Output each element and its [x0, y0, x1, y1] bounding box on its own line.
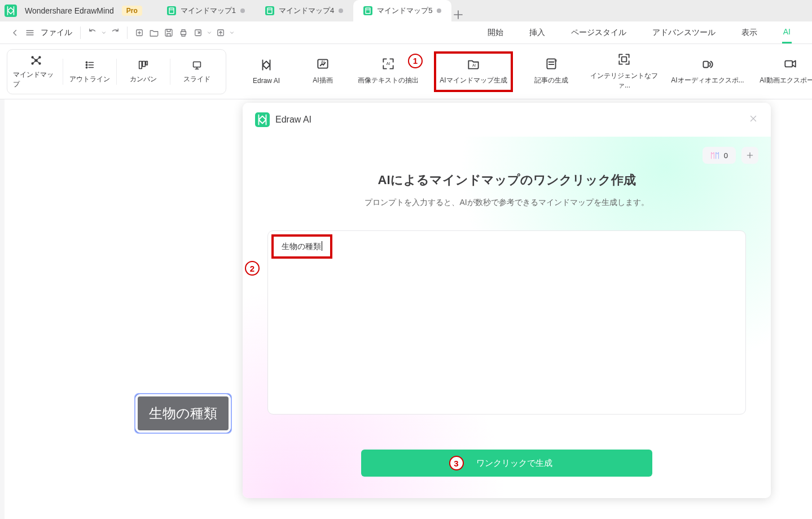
document-tabs: マインドマップ1 マインドマップ4 マインドマップ5	[157, 0, 466, 21]
doc-icon	[265, 6, 274, 15]
divider	[63, 59, 63, 85]
credits-icon: ᛖᛖ	[710, 151, 719, 160]
view-slides[interactable]: スライド	[174, 54, 220, 89]
svg-rect-13	[139, 62, 142, 69]
svg-point-12	[86, 67, 87, 68]
export-dropdown[interactable]	[205, 25, 213, 40]
annotation-marker-3: 3	[449, 456, 464, 470]
save-button[interactable]	[161, 25, 176, 40]
svg-rect-2	[181, 31, 186, 34]
menu-insert[interactable]: 挿入	[528, 24, 546, 43]
print-button[interactable]	[176, 25, 191, 40]
credits-area: ᛖᛖ 0	[703, 147, 758, 164]
ai-label: Edraw AI	[253, 77, 280, 85]
divider	[127, 27, 128, 39]
svg-text:AI: AI	[554, 59, 557, 62]
divider	[80, 27, 81, 39]
add-credits-button[interactable]	[741, 147, 758, 164]
ai-label: AIマインドマップ生成	[440, 76, 507, 85]
view-mindmap[interactable]: マインドマップ	[13, 54, 59, 89]
prompt-textarea[interactable]: 生物の種類	[267, 230, 746, 415]
view-kanban[interactable]: カンバン	[120, 54, 166, 89]
panel-header: Edraw AI	[243, 103, 771, 137]
audio-export-icon	[700, 58, 715, 70]
svg-text:AI: AI	[386, 61, 390, 66]
prompt-highlight: 生物の種類	[271, 234, 332, 259]
view-label: アウトライン	[69, 75, 110, 84]
panel-heading: AIによるマインドマップのワンクリック作成	[243, 137, 771, 189]
tab-doc-2[interactable]: マインドマップ4	[255, 0, 353, 21]
ai-label: AI動画エクスポート	[760, 76, 812, 85]
ai-article-button[interactable]: AI 記事の生成	[525, 51, 577, 92]
share-button[interactable]	[213, 25, 228, 40]
menu-display[interactable]: 表示	[740, 24, 758, 43]
ai-label: 記事の生成	[534, 76, 568, 85]
undo-dropdown[interactable]	[100, 25, 108, 40]
ai-video-export-button[interactable]: AI動画エクスポート	[757, 51, 812, 92]
credits-chip[interactable]: ᛖᛖ 0	[703, 147, 736, 164]
view-label: マインドマップ	[13, 70, 59, 89]
panel-body: ᛖᛖ 0 AIによるマインドマップのワンクリック作成 プロンプトを入力すると、A…	[243, 137, 771, 498]
mindmap-root-node[interactable]: 生物の種類	[137, 395, 230, 431]
tab-label: マインドマップ1	[181, 6, 236, 16]
close-button[interactable]	[748, 114, 758, 126]
share-dropdown[interactable]	[228, 25, 236, 40]
tab-label: マインドマップ4	[279, 6, 334, 16]
ai-label: インテリジェントなファ...	[590, 71, 659, 90]
ai-mindmap-generate-button[interactable]: AI AIマインドマップ生成	[434, 51, 513, 92]
svg-text:AI: AI	[321, 60, 324, 64]
menu-toggle-button[interactable]	[23, 25, 37, 40]
extract-text-icon: AI	[381, 58, 396, 70]
menu-ai[interactable]: AI	[782, 24, 792, 43]
annotation-marker-2: 2	[245, 261, 260, 276]
new-tab-button[interactable]	[451, 8, 465, 21]
ai-label: AI描画	[313, 76, 332, 85]
undo-button[interactable]	[85, 25, 100, 40]
open-button[interactable]	[147, 25, 161, 40]
intelligent-file-icon	[617, 53, 631, 66]
svg-point-10	[86, 62, 87, 63]
menu-start[interactable]: 開始	[486, 24, 504, 43]
tab-doc-3[interactable]: マインドマップ5	[353, 0, 451, 21]
svg-rect-25	[785, 61, 792, 67]
ribbon: マインドマップ アウトライン カンバン スライド Edraw AI AI AI描…	[0, 44, 812, 99]
file-menu[interactable]: ファイル	[41, 28, 72, 38]
ai-ribbon-group: Edraw AI AI AI描画 1 AI 画像テキストの抽出 AI AIマイン…	[242, 51, 812, 92]
tab-label: マインドマップ5	[377, 6, 432, 16]
doc-icon	[363, 6, 372, 15]
view-mode-group: マインドマップ アウトライン カンバン スライド	[7, 49, 226, 94]
generate-label: ワンクリックで生成	[476, 458, 552, 469]
redo-button[interactable]	[108, 25, 122, 40]
menu-bar: ファイル 開始 挿入 ページスタイル アドバンスツール 表示 AI	[0, 21, 812, 44]
top-menu: 開始 挿入 ページスタイル アドバンスツール 表示 AI	[486, 21, 804, 43]
generate-button[interactable]: 3 ワンクリックで生成	[361, 450, 652, 477]
ai-edraw-button[interactable]: Edraw AI	[242, 51, 291, 92]
new-doc-button[interactable]	[132, 25, 147, 40]
svg-rect-3	[195, 29, 201, 36]
unsaved-dot-icon	[339, 8, 343, 13]
ai-intelligent-button[interactable]: インテリジェントなファ...	[590, 51, 659, 92]
text-caret	[322, 241, 322, 251]
ai-ocr-button[interactable]: 1 AI 画像テキストの抽出	[355, 51, 422, 92]
menu-advanced[interactable]: アドバンスツール	[651, 24, 717, 43]
doc-icon	[167, 6, 176, 15]
menu-pagestyle[interactable]: ページスタイル	[570, 24, 627, 43]
prompt-text: 生物の種類	[282, 242, 321, 251]
svg-rect-16	[194, 62, 201, 67]
generate-map-icon: AI	[466, 58, 481, 70]
pro-badge: Pro	[122, 6, 142, 16]
ai-label: 画像テキストの抽出	[358, 76, 419, 85]
selection-outline	[134, 393, 232, 434]
panel-logo-icon	[255, 112, 270, 127]
ai-draw-button[interactable]: AI AI描画	[303, 51, 343, 92]
divider	[116, 59, 117, 85]
app-title: Wondershare EdrawMind	[25, 6, 114, 15]
tab-doc-1[interactable]: マインドマップ1	[157, 0, 255, 21]
video-export-icon	[783, 58, 797, 70]
back-button[interactable]	[8, 25, 23, 40]
app-logo-icon	[5, 5, 17, 17]
export-button[interactable]	[191, 25, 205, 40]
view-outline[interactable]: アウトライン	[67, 54, 113, 89]
ai-audio-export-button[interactable]: AIオーディオエクスポ...	[671, 51, 744, 92]
annotation-marker-1: 1	[408, 54, 423, 68]
